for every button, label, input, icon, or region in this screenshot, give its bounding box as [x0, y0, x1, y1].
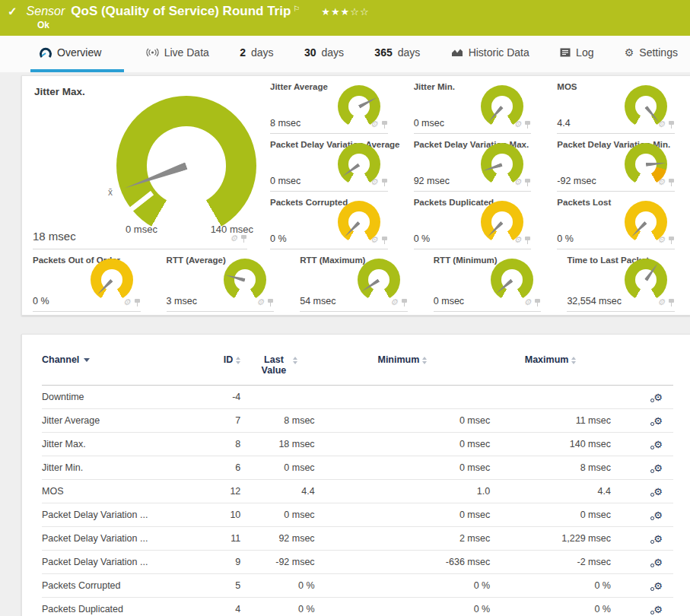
column-header-label: Channel: [42, 354, 79, 365]
channel-name[interactable]: Packet Delay Variation ...: [42, 503, 186, 527]
gauge-value: 3 msec: [167, 296, 197, 306]
gauge-settings-gear-icon[interactable]: ⚙: [657, 120, 665, 129]
gauge-settings-gear-icon[interactable]: ⚙: [370, 236, 378, 244]
priority-stars[interactable]: ★★★☆☆: [321, 6, 369, 17]
channel-name[interactable]: Packets Corrupted: [42, 574, 186, 598]
pushpin-icon[interactable]: [668, 178, 675, 186]
table-row-jitter-min: Jitter Min. 6 0 msec 0 msec 8 msec ⚙: [42, 456, 673, 480]
channel-settings-icon[interactable]: ⚙: [653, 415, 663, 427]
channel-settings-icon[interactable]: ⚙: [653, 510, 663, 521]
gauge-title: RTT (Maximum): [289, 249, 423, 265]
gauge-cell-pdv-average: Packet Delay Variation Average 0 msec ⚙: [259, 134, 403, 192]
gauge-settings-gear-icon[interactable]: ⚙: [657, 178, 665, 186]
pushpin-icon[interactable]: [668, 236, 675, 244]
tab-live-data[interactable]: Live Data: [137, 36, 218, 72]
table-header-row: Channel ID Last Value Minimum Maximum: [42, 345, 673, 386]
pushpin-icon[interactable]: [668, 298, 675, 306]
channel-minimum: 0 %: [315, 574, 491, 598]
channel-settings-icon[interactable]: ⚙: [653, 604, 663, 615]
channel-minimum: 1.0: [315, 480, 491, 503]
channel-name[interactable]: Downtime: [42, 386, 186, 409]
gauge-title: Jitter Min.: [403, 76, 547, 91]
channel-name[interactable]: Jitter Average: [42, 409, 186, 433]
channel-minimum: 2 msec: [315, 527, 491, 551]
pushpin-icon[interactable]: [381, 178, 388, 186]
flag-icon[interactable]: ⚐: [293, 5, 300, 13]
channel-settings-icon[interactable]: ⚙: [653, 557, 663, 568]
channel-name[interactable]: Packet Delay Variation ...: [42, 551, 186, 574]
gauge-settings-gear-icon[interactable]: ⚙: [390, 298, 398, 306]
column-header-maximum[interactable]: Maximum: [490, 345, 611, 386]
channel-id: 9: [186, 551, 241, 574]
column-header-id[interactable]: ID: [186, 345, 241, 386]
channel-last-value: 4.4: [240, 480, 314, 503]
tab-label: Overview: [57, 46, 101, 59]
pushpin-icon[interactable]: [240, 234, 247, 243]
tab-label: Log: [576, 46, 593, 59]
pushpin-icon[interactable]: [524, 236, 531, 244]
channel-name[interactable]: Packet Delay Variation ...: [42, 527, 186, 551]
tab-historic-data[interactable]: Historic Data: [442, 36, 539, 72]
tab-settings[interactable]: ⚙ Settings: [615, 36, 687, 72]
pushpin-icon[interactable]: [401, 298, 408, 306]
pushpin-icon[interactable]: [668, 120, 675, 129]
pushpin-icon[interactable]: [381, 120, 388, 129]
gauge-title: Packets Lost: [546, 192, 690, 207]
gauge-settings-gear-icon[interactable]: ⚙: [123, 298, 131, 306]
channel-settings-icon[interactable]: ⚙: [653, 486, 663, 497]
pushpin-icon[interactable]: [524, 178, 531, 186]
channel-last-value: 18 msec: [240, 433, 314, 456]
average-marker-label: x̄: [108, 187, 113, 198]
gauge-settings-gear-icon[interactable]: ⚙: [256, 298, 264, 306]
channel-maximum: [490, 386, 611, 409]
channel-id: 6: [186, 456, 241, 480]
channel-settings-icon[interactable]: ⚙: [653, 439, 663, 450]
pushpin-icon[interactable]: [134, 298, 141, 306]
tab-365-days[interactable]: 365 days: [365, 36, 429, 72]
column-header-channel[interactable]: Channel: [42, 345, 186, 386]
tab-30-days[interactable]: 30 days: [295, 36, 353, 72]
column-header-label: ID: [224, 354, 234, 365]
pushpin-icon[interactable]: [267, 298, 274, 306]
gauge-settings-gear-icon[interactable]: ⚙: [657, 236, 665, 244]
gauge-icon: [40, 47, 52, 58]
channel-name[interactable]: Jitter Max.: [42, 433, 186, 456]
channel-minimum: 0 msec: [315, 456, 491, 480]
object-kind-label: Sensor: [27, 5, 65, 18]
gauge-value: 0 msec: [270, 176, 300, 186]
channel-name[interactable]: Jitter Min.: [42, 456, 186, 480]
tab-label: days: [398, 46, 421, 59]
channel-settings-icon[interactable]: ⚙: [653, 462, 663, 474]
pushpin-icon[interactable]: [381, 236, 388, 244]
gauge-settings-gear-icon[interactable]: ⚙: [514, 120, 521, 129]
tab-number: 30: [304, 46, 316, 59]
channel-settings-icon[interactable]: ⚙: [653, 580, 663, 592]
gauge-hole: [348, 96, 370, 117]
table-row-pdv-max: Packet Delay Variation ... 11 92 msec 2 …: [42, 527, 673, 551]
gauge-cell-time-to-last-packet: Time to Last Packet 32,554 msec ⚙: [556, 249, 690, 312]
pushpin-icon[interactable]: [534, 298, 541, 306]
gauge-settings-gear-icon[interactable]: ⚙: [370, 120, 378, 129]
gauge-value: 92 msec: [414, 176, 450, 186]
gauge-settings-gear-icon[interactable]: ⚙: [370, 178, 378, 186]
gauge-settings-gear-icon[interactable]: ⚙: [524, 298, 532, 306]
gauge-settings-gear-icon[interactable]: ⚙: [514, 178, 521, 186]
channel-name[interactable]: MOS: [42, 480, 186, 503]
channel-settings-icon[interactable]: ⚙: [653, 533, 663, 545]
gauge-settings-gear-icon[interactable]: ⚙: [657, 298, 665, 306]
column-header-minimum[interactable]: Minimum: [315, 345, 491, 386]
tab-log[interactable]: Log: [551, 36, 603, 72]
gauge-settings-gear-icon[interactable]: ⚙: [230, 234, 237, 243]
column-header-last-value[interactable]: Last Value: [240, 345, 314, 386]
gauge-hole: [368, 269, 390, 291]
gauge-settings-gear-icon[interactable]: ⚙: [514, 236, 521, 244]
channel-settings-icon[interactable]: ⚙: [653, 392, 663, 403]
gauge: [224, 259, 266, 301]
pushpin-icon[interactable]: [524, 120, 531, 129]
tab-number: 2: [240, 46, 246, 59]
gauge-cell-mos: MOS 4.4 ⚙: [546, 76, 690, 134]
gauge-value: 4.4: [557, 118, 570, 129]
channel-name[interactable]: Packets Duplicated: [42, 598, 186, 616]
tab-overview[interactable]: Overview: [30, 36, 124, 72]
tab-2-days[interactable]: 2 days: [231, 36, 282, 72]
